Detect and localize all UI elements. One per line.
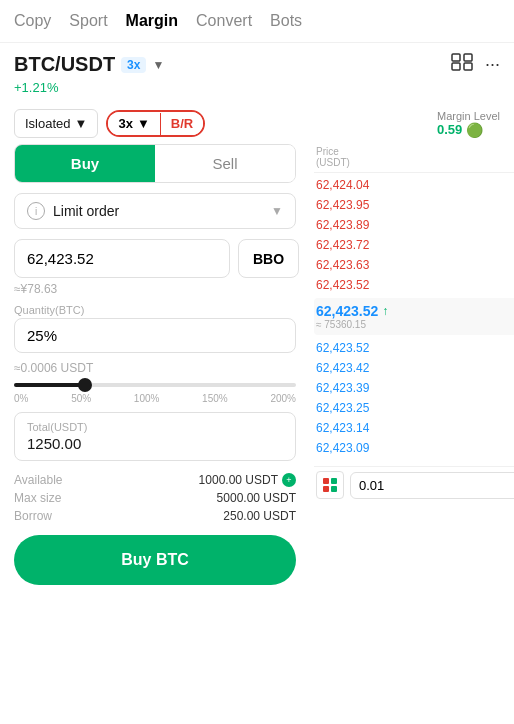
leverage-value: 3x: [118, 116, 132, 131]
slider-label-0: 0%: [14, 393, 28, 404]
slider-container: 0% 50% 100% 150% 200%: [14, 383, 296, 404]
bid-row[interactable]: 62,423.521.0279: [314, 338, 514, 358]
layout-icon[interactable]: [451, 53, 473, 76]
order-type-selector[interactable]: i Limit order ▼: [14, 193, 296, 229]
right-panel: Price(USDT) Amount(BTC) 62,424.041.02796…: [310, 144, 514, 595]
ask-row[interactable]: 62,423.951.0279: [314, 195, 514, 215]
ob-mid-approx: ≈ 75360.15: [316, 319, 388, 330]
slider-track[interactable]: [14, 383, 296, 387]
ob-type-icon[interactable]: [316, 471, 344, 499]
bid-price: 62,423.09: [316, 441, 369, 455]
slider-label-200: 200%: [270, 393, 296, 404]
svg-rect-1: [452, 63, 460, 70]
sell-tab[interactable]: Sell: [155, 145, 295, 182]
approx-yen: ≈¥78.63: [14, 282, 296, 296]
more-icon[interactable]: ···: [485, 54, 500, 75]
available-label: Available: [14, 473, 62, 487]
ob-mid: 62,423.52 ↑ ≈ 75360.15 ›: [314, 298, 514, 335]
available-icon: +: [282, 473, 296, 487]
nav-margin[interactable]: Margin: [126, 8, 178, 34]
total-field: Total(USDT) 1250.00: [14, 412, 296, 461]
available-value: 1000.00 USDT +: [199, 473, 296, 487]
bid-price: 62,423.25: [316, 401, 369, 415]
nav-bots[interactable]: Bots: [270, 8, 302, 34]
header-icons: ···: [451, 53, 500, 76]
slider-labels: 0% 50% 100% 150% 200%: [14, 393, 296, 404]
buy-tab[interactable]: Buy: [15, 145, 155, 182]
br-button[interactable]: B/R: [161, 112, 203, 135]
pair-title[interactable]: BTC/USDT 3x ▼: [14, 53, 164, 76]
price-input[interactable]: [14, 239, 230, 278]
order-type-label: Limit order: [53, 203, 271, 219]
svg-rect-3: [464, 63, 472, 70]
svg-rect-6: [323, 486, 329, 492]
ask-row[interactable]: 62,423.721.0279: [314, 235, 514, 255]
asks-container: 62,424.041.027962,423.951.027962,423.891…: [314, 175, 514, 295]
bbo-button[interactable]: BBO: [238, 239, 299, 278]
nav-convert[interactable]: Convert: [196, 8, 252, 34]
order-type-chevron-icon: ▼: [271, 204, 283, 218]
nav-sport[interactable]: Sport: [69, 8, 107, 34]
buy-sell-tabs: Buy Sell: [14, 144, 296, 183]
leverage-br-group: 3x ▼ B/R: [106, 110, 205, 137]
bid-price: 62,423.42: [316, 361, 369, 375]
maxsize-value: 5000.00 USDT: [217, 491, 296, 505]
ask-price: 62,423.89: [316, 218, 369, 232]
quantity-input[interactable]: [14, 318, 296, 353]
top-nav: Copy Sport Margin Convert Bots: [0, 0, 514, 43]
price-up-arrow-icon: ↑: [382, 304, 388, 318]
buy-btc-button[interactable]: Buy BTC: [14, 535, 296, 585]
margin-gauge-icon: 🟢: [466, 122, 483, 138]
bids-container: 62,423.521.027962,423.421.027962,423.391…: [314, 338, 514, 458]
bid-price: 62,423.39: [316, 381, 369, 395]
ask-price: 62,423.63: [316, 258, 369, 272]
margin-level-label: Margin Level: [437, 110, 500, 122]
svg-rect-2: [464, 54, 472, 61]
margin-level-value: 0.59: [437, 122, 462, 137]
margin-level-box: Margin Level 0.59 🟢: [437, 110, 500, 138]
ask-row[interactable]: 62,424.041.0279: [314, 175, 514, 195]
isolated-chevron-icon: ▼: [75, 116, 88, 131]
isolated-select[interactable]: Isloated ▼: [14, 109, 98, 138]
ob-header: Price(USDT) Amount(BTC): [314, 144, 514, 173]
bid-price: 62,423.52: [316, 341, 369, 355]
slider-label-100: 100%: [134, 393, 160, 404]
slider-thumb[interactable]: [78, 378, 92, 392]
bid-row[interactable]: 62,423.141.0279: [314, 418, 514, 438]
total-label: Total(USDT): [27, 421, 283, 433]
nav-copy[interactable]: Copy: [14, 8, 51, 34]
approx-usdt: ≈0.0006 USDT: [14, 361, 296, 375]
ask-price: 62,423.72: [316, 238, 369, 252]
leverage-chevron-icon: ▼: [137, 116, 150, 131]
ask-row[interactable]: 62,423.891.0279: [314, 215, 514, 235]
bid-price: 62,423.14: [316, 421, 369, 435]
borrow-label: Borrow: [14, 509, 52, 523]
ask-price: 62,423.52: [316, 278, 369, 292]
pair-header: BTC/USDT 3x ▼ ···: [0, 43, 514, 80]
svg-rect-4: [323, 478, 329, 484]
bid-row[interactable]: 62,423.091.0279: [314, 438, 514, 458]
bid-row[interactable]: 62,423.421.0279: [314, 358, 514, 378]
ask-row[interactable]: 62,423.521.0279: [314, 275, 514, 295]
borrow-value: 250.00 USDT: [223, 509, 296, 523]
slider-label-150: 150%: [202, 393, 228, 404]
svg-rect-7: [331, 486, 337, 492]
total-value: 1250.00: [27, 435, 283, 452]
ob-price-header: Price(USDT): [316, 146, 350, 168]
info-icon: i: [27, 202, 45, 220]
ask-row[interactable]: 62,423.631.0279: [314, 255, 514, 275]
ob-qty-input[interactable]: [350, 472, 514, 499]
leverage-badge: 3x: [121, 57, 146, 73]
ask-price: 62,424.04: [316, 178, 369, 192]
svg-rect-0: [452, 54, 460, 61]
bid-row[interactable]: 62,423.251.0279: [314, 398, 514, 418]
pair-change: +1.21%: [0, 80, 514, 103]
leverage-selector[interactable]: 3x ▼: [108, 112, 159, 135]
ob-mid-price: 62,423.52 ↑: [316, 303, 388, 319]
isolated-label: Isloated: [25, 116, 71, 131]
bid-row[interactable]: 62,423.391.0279: [314, 378, 514, 398]
slider-fill: [14, 383, 85, 387]
pair-name: BTC/USDT: [14, 53, 115, 76]
controls-row: Isloated ▼ 3x ▼ B/R Margin Level 0.59 🟢: [0, 103, 514, 144]
available-row: Available 1000.00 USDT +: [14, 473, 296, 487]
